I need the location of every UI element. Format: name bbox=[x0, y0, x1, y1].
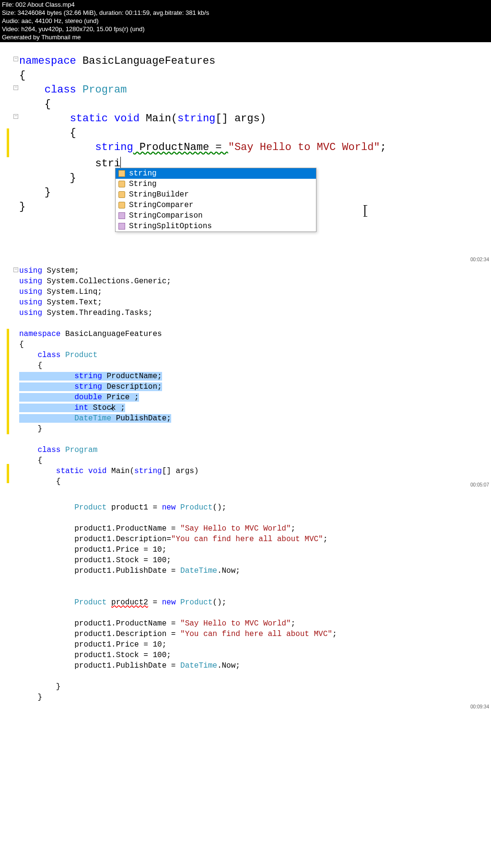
fold-icon[interactable]: − bbox=[13, 114, 18, 119]
timestamp: 00:02:34 bbox=[470, 257, 489, 262]
audio-line: Audio: aac, 44100 Hz, stereo (und) bbox=[2, 17, 489, 25]
struct-icon bbox=[118, 170, 125, 177]
modification-indicator bbox=[7, 128, 9, 157]
fold-icon[interactable]: − bbox=[13, 267, 18, 272]
generated-line: Generated by Thumbnail me bbox=[2, 34, 489, 42]
class-icon bbox=[118, 191, 125, 198]
intellisense-item[interactable]: StringComparer bbox=[116, 200, 316, 210]
modification-indicator bbox=[7, 464, 9, 483]
modification-indicator bbox=[7, 329, 9, 434]
video-line: Video: h264, yuv420p, 1280x720, 15.00 fp… bbox=[2, 25, 489, 34]
size-line: Size: 34246084 bytes (32.66 MiB), durati… bbox=[2, 9, 489, 17]
timestamp: 00:05:07 bbox=[470, 482, 489, 487]
intellisense-item[interactable]: StringComparison bbox=[116, 210, 316, 221]
file-line: File: 002 About Class.mp4 bbox=[2, 1, 489, 9]
enum-icon bbox=[118, 212, 125, 219]
code-editor[interactable]: Product product1 = new Product(); produc… bbox=[0, 497, 491, 712]
text-caret bbox=[120, 157, 121, 168]
fold-icon[interactable]: − bbox=[13, 85, 18, 90]
intellisense-popup[interactable]: string String StringBuilder StringCompar… bbox=[115, 168, 316, 232]
intellisense-item[interactable]: StringSplitOptions bbox=[116, 221, 316, 231]
mouse-cursor-icon: ↖ bbox=[110, 405, 114, 413]
enum-icon bbox=[118, 223, 125, 230]
intellisense-item[interactable]: string bbox=[116, 168, 316, 179]
editor-frame-1: − − − namespace BasicLanguageFeatures { … bbox=[0, 42, 491, 263]
code-editor[interactable]: using System; using System.Collections.G… bbox=[0, 263, 491, 497]
intellisense-item[interactable]: String bbox=[116, 179, 316, 189]
video-info-header: File: 002 About Class.mp4 Size: 34246084… bbox=[0, 0, 491, 42]
class-icon bbox=[118, 181, 125, 187]
fold-icon[interactable]: − bbox=[13, 57, 18, 61]
timestamp: 00:09:34 bbox=[470, 704, 489, 709]
class-icon bbox=[118, 202, 125, 208]
intellisense-item[interactable]: StringBuilder bbox=[116, 189, 316, 200]
ibeam-cursor-icon bbox=[364, 205, 365, 217]
editor-frame-2: − using System; using System.Collections… bbox=[0, 263, 491, 712]
